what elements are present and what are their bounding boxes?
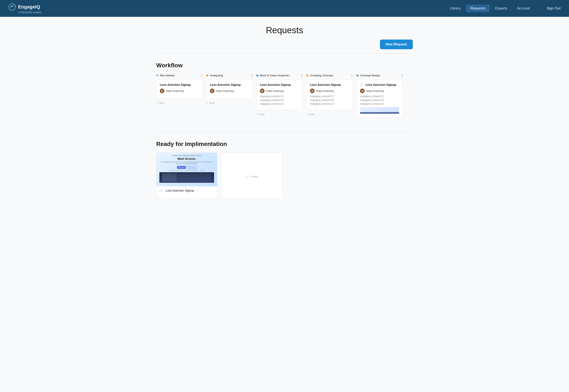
groove-btn-trial: Start free trial bbox=[177, 166, 186, 169]
workflow-column-creating-concept: Creating Concept 1 Loss Aversion Signup … bbox=[306, 74, 353, 119]
section-divider bbox=[156, 53, 413, 54]
card-username: Nate Andorsky bbox=[266, 89, 284, 93]
status-count-not-started: 1 bbox=[201, 74, 203, 77]
card-user: N Nate Andorsky bbox=[360, 88, 399, 93]
status-label-concept-ready: Concept Ready bbox=[360, 74, 380, 77]
card-link-0: engageiq.co/tactic/12 bbox=[260, 95, 299, 98]
add-new-analyzing[interactable]: + New bbox=[206, 100, 252, 105]
add-new-label: New bbox=[209, 101, 215, 105]
card-user: N Nate Andorsky bbox=[160, 88, 199, 93]
card-username: Nate Andorsky bbox=[166, 89, 184, 93]
plus-icon: + bbox=[246, 175, 248, 178]
column-header-not-started: Not started 1 bbox=[156, 74, 203, 77]
impl-card-footer: 📄 Loss Aversion Signup bbox=[156, 186, 217, 195]
add-new-impl[interactable]: + + New bbox=[246, 174, 258, 179]
nav-requests[interactable]: Requests bbox=[466, 5, 490, 12]
implementation-title: Ready for Implimentation bbox=[156, 141, 413, 147]
card-link-0: engageiq.co/tactic/12 bbox=[310, 95, 349, 98]
impl-card-0[interactable]: Customer stuck slipping through the crac… bbox=[156, 153, 217, 199]
card-creating-concept-0[interactable]: Loss Aversion Signup N Nate Andorsky eng… bbox=[306, 80, 353, 110]
groove-btn-demo: Book a demo bbox=[187, 166, 196, 169]
column-header-creating-concept: Creating Concept 1 bbox=[306, 74, 353, 77]
card-user: N Nate Andorsky bbox=[210, 88, 249, 93]
plus-icon: + bbox=[256, 113, 258, 116]
card-title-text: Loss Aversion Signup bbox=[365, 83, 396, 86]
groove-subtitle: We redesigned the inbox with a business-… bbox=[159, 161, 214, 165]
avatar: N bbox=[210, 88, 214, 93]
avatar: N bbox=[360, 88, 365, 93]
mini-img-bar bbox=[360, 112, 399, 114]
impl-empty-card[interactable]: + + New bbox=[222, 153, 282, 199]
workflow-columns: Not started 1 Loss Aversion Signup N Nat… bbox=[156, 74, 413, 124]
card-link-1: engageiq.co/tactic/28 bbox=[360, 99, 399, 102]
card-concept-ready-0[interactable]: 📄 Loss Aversion Signup N Nate Andorsky e… bbox=[356, 80, 403, 117]
add-new-creating-concept[interactable]: + New bbox=[306, 112, 353, 117]
status-count-creating-concept: 1 bbox=[351, 74, 353, 77]
column-header-concept-ready: Concept Ready 1 bbox=[356, 74, 403, 77]
nav-account[interactable]: Account bbox=[513, 5, 534, 12]
status-label-creating-concept: Creating Concept bbox=[310, 74, 333, 77]
add-new-best-in-class[interactable]: + New bbox=[256, 112, 303, 117]
column-header-best-in-class: Best in Class Inspirati... 1 bbox=[256, 74, 303, 77]
workflow-title: Workflow bbox=[156, 62, 413, 69]
page-header: Requests bbox=[156, 25, 413, 35]
groove-badge-0: ✓ Made for small businesses bbox=[169, 170, 182, 171]
navbar: EngageIQ A Patent355 creation Library Re… bbox=[0, 0, 569, 17]
impl-cards: Customer stuck slipping through the crac… bbox=[156, 153, 413, 199]
brand-tagline: A Patent355 creation bbox=[18, 11, 42, 14]
card-link-2: engageiq.co/tactic/14 bbox=[360, 102, 399, 105]
doc-icon: 📄 bbox=[159, 189, 163, 192]
status-count-concept-ready: 1 bbox=[401, 74, 403, 77]
signout-button[interactable]: Sign Out bbox=[547, 6, 561, 11]
status-label-analyzing: Analyzing bbox=[210, 74, 223, 77]
page-title: Requests bbox=[156, 25, 413, 35]
add-new-not-started[interactable]: + New bbox=[156, 100, 203, 105]
add-new-label: New bbox=[159, 101, 165, 105]
card-link-2: engageiq.co/tactic/14 bbox=[310, 102, 349, 105]
add-new-label: New bbox=[309, 113, 315, 116]
card-analyzing-0[interactable]: Loss Aversion Signup N Nate Andorsky bbox=[206, 80, 252, 98]
card-link-1: engageiq.co/tactic/28 bbox=[310, 99, 349, 102]
main-content: Requests New Request Workflow Not starte… bbox=[148, 17, 421, 207]
status-dot-concept-ready bbox=[356, 74, 359, 77]
card-not-started-0[interactable]: Loss Aversion Signup N Nate Andorsky bbox=[156, 80, 203, 98]
workflow-section: Workflow Not started 1 Loss Aversion Sig… bbox=[156, 62, 413, 124]
brand-name: EngageIQ bbox=[18, 4, 40, 10]
card-username: Nate Andorsky bbox=[366, 89, 384, 93]
svg-point-1 bbox=[12, 5, 13, 7]
status-dot-not-started bbox=[156, 74, 158, 77]
workflow-column-concept-ready: Concept Ready 1 📄 Loss Aversion Signup N… bbox=[356, 74, 403, 119]
groove-screen-inner bbox=[162, 173, 211, 182]
card-link-1: engageiq.co/tactic/28 bbox=[260, 99, 299, 102]
status-label-best-in-class: Best in Class Inspirati... bbox=[260, 74, 291, 77]
doc-icon: 📄 bbox=[360, 83, 363, 86]
add-new-label: + New bbox=[249, 175, 258, 178]
new-request-button[interactable]: New Request bbox=[380, 40, 413, 49]
column-header-analyzing: Analyzing 1 bbox=[206, 74, 252, 77]
card-best-in-class-0[interactable]: Loss Aversion Signup N Nate Andorsky eng… bbox=[256, 80, 303, 110]
plus-icon: + bbox=[156, 101, 158, 105]
workflow-column-analyzing: Analyzing 1 Loss Aversion Signup N Nate … bbox=[206, 74, 252, 119]
plus-icon: + bbox=[306, 113, 308, 116]
avatar: N bbox=[160, 88, 165, 93]
card-username: Nate Andorsky bbox=[216, 89, 234, 93]
nav-experts[interactable]: Experts bbox=[491, 5, 512, 12]
impl-card-image: Customer stuck slipping through the crac… bbox=[156, 153, 217, 186]
status-count-analyzing: 1 bbox=[251, 74, 252, 77]
groove-screenshot bbox=[159, 172, 214, 183]
groove-buttons: Start free trial Book a demo bbox=[177, 166, 196, 169]
card-title: 📄 Loss Aversion Signup bbox=[360, 83, 399, 86]
groove-badge-2: ✓ AI Fueled bbox=[199, 170, 205, 171]
status-label-not-started: Not started bbox=[160, 74, 175, 77]
card-user: N Nate Andorsky bbox=[260, 88, 299, 93]
card-title: Loss Aversion Signup bbox=[210, 83, 249, 86]
brand-logo-area[interactable]: EngageIQ A Patent355 creation bbox=[8, 3, 42, 14]
card-mini-image bbox=[360, 107, 399, 114]
groove-tagline: Customer stuck slipping through the crac… bbox=[172, 155, 201, 156]
impl-card-image-inner: Customer stuck slipping through the crac… bbox=[156, 153, 217, 186]
card-title: Loss Aversion Signup bbox=[310, 83, 349, 86]
nav-library[interactable]: Library bbox=[445, 5, 465, 12]
impl-divider bbox=[156, 132, 413, 132]
workflow-column-best-in-class: Best in Class Inspirati... 1 Loss Aversi… bbox=[256, 74, 303, 119]
status-count-best-in-class: 1 bbox=[301, 74, 303, 77]
